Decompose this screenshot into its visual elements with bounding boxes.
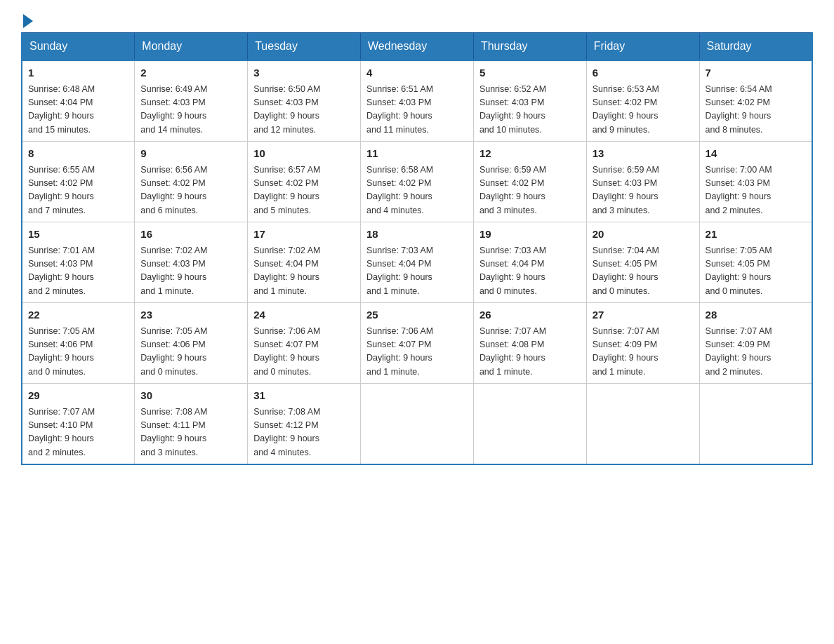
calendar-cell: 30Sunrise: 7:08 AM Sunset: 4:11 PM Dayli… [135, 384, 248, 465]
day-info: Sunrise: 7:07 AM Sunset: 4:09 PM Dayligh… [706, 325, 806, 380]
day-info: Sunrise: 7:07 AM Sunset: 4:10 PM Dayligh… [28, 405, 128, 460]
calendar-cell: 4Sunrise: 6:51 AM Sunset: 4:03 PM Daylig… [361, 60, 474, 142]
calendar-cell: 18Sunrise: 7:03 AM Sunset: 4:04 PM Dayli… [361, 222, 474, 303]
day-info: Sunrise: 7:06 AM Sunset: 4:07 PM Dayligh… [366, 325, 468, 380]
calendar-cell: 27Sunrise: 7:07 AM Sunset: 4:09 PM Dayli… [586, 303, 699, 384]
logo-arrow-icon [23, 14, 33, 28]
day-number: 14 [706, 146, 806, 162]
calendar-week-row: 15Sunrise: 7:01 AM Sunset: 4:03 PM Dayli… [22, 222, 812, 303]
day-number: 4 [366, 65, 468, 81]
day-info: Sunrise: 6:49 AM Sunset: 4:03 PM Dayligh… [140, 83, 241, 137]
calendar-week-row: 8Sunrise: 6:55 AM Sunset: 4:02 PM Daylig… [22, 142, 812, 222]
calendar-day-header: Friday [586, 33, 699, 61]
calendar-cell: 11Sunrise: 6:58 AM Sunset: 4:02 PM Dayli… [361, 142, 474, 222]
day-number: 15 [28, 227, 128, 243]
calendar-cell: 3Sunrise: 6:50 AM Sunset: 4:03 PM Daylig… [248, 60, 361, 142]
calendar-cell: 9Sunrise: 6:56 AM Sunset: 4:02 PM Daylig… [135, 142, 248, 222]
logo [21, 14, 33, 25]
calendar-cell: 26Sunrise: 7:07 AM Sunset: 4:08 PM Dayli… [473, 303, 586, 384]
calendar-cell: 7Sunrise: 6:54 AM Sunset: 4:02 PM Daylig… [699, 60, 812, 142]
day-info: Sunrise: 6:58 AM Sunset: 4:02 PM Dayligh… [366, 163, 468, 218]
page-header [21, 14, 813, 25]
calendar-cell: 21Sunrise: 7:05 AM Sunset: 4:05 PM Dayli… [699, 222, 812, 303]
day-number: 28 [706, 307, 806, 323]
calendar-cell: 22Sunrise: 7:05 AM Sunset: 4:06 PM Dayli… [22, 303, 135, 384]
day-info: Sunrise: 6:57 AM Sunset: 4:02 PM Dayligh… [253, 163, 355, 218]
day-info: Sunrise: 7:03 AM Sunset: 4:04 PM Dayligh… [479, 244, 581, 299]
day-info: Sunrise: 7:08 AM Sunset: 4:12 PM Dayligh… [253, 405, 355, 460]
calendar-cell [473, 384, 586, 465]
day-number: 29 [28, 388, 128, 404]
calendar-cell: 17Sunrise: 7:02 AM Sunset: 4:04 PM Dayli… [248, 222, 361, 303]
calendar-day-header: Saturday [699, 33, 812, 61]
day-number: 8 [28, 146, 128, 162]
calendar-cell: 20Sunrise: 7:04 AM Sunset: 4:05 PM Dayli… [586, 222, 699, 303]
day-number: 9 [140, 146, 241, 162]
day-number: 10 [253, 146, 355, 162]
calendar-cell: 23Sunrise: 7:05 AM Sunset: 4:06 PM Dayli… [135, 303, 248, 384]
day-number: 22 [28, 307, 128, 323]
calendar-cell: 5Sunrise: 6:52 AM Sunset: 4:03 PM Daylig… [473, 60, 586, 142]
calendar-cell [586, 384, 699, 465]
calendar-cell: 6Sunrise: 6:53 AM Sunset: 4:02 PM Daylig… [586, 60, 699, 142]
day-number: 5 [479, 65, 581, 81]
day-info: Sunrise: 7:07 AM Sunset: 4:08 PM Dayligh… [479, 325, 581, 380]
day-number: 6 [593, 65, 694, 81]
day-info: Sunrise: 7:08 AM Sunset: 4:11 PM Dayligh… [140, 405, 241, 460]
calendar-cell: 29Sunrise: 7:07 AM Sunset: 4:10 PM Dayli… [22, 384, 135, 465]
day-info: Sunrise: 6:52 AM Sunset: 4:03 PM Dayligh… [479, 83, 581, 137]
calendar-day-header: Tuesday [248, 33, 361, 61]
day-number: 31 [253, 388, 355, 404]
calendar-table: SundayMondayTuesdayWednesdayThursdayFrid… [21, 32, 813, 465]
calendar-cell: 15Sunrise: 7:01 AM Sunset: 4:03 PM Dayli… [22, 222, 135, 303]
calendar-day-header: Wednesday [361, 33, 474, 61]
day-number: 16 [140, 227, 241, 243]
calendar-cell: 1Sunrise: 6:48 AM Sunset: 4:04 PM Daylig… [22, 60, 135, 142]
day-info: Sunrise: 7:05 AM Sunset: 4:06 PM Dayligh… [28, 325, 128, 380]
day-info: Sunrise: 6:50 AM Sunset: 4:03 PM Dayligh… [253, 83, 355, 137]
day-info: Sunrise: 7:02 AM Sunset: 4:04 PM Dayligh… [253, 244, 355, 299]
day-number: 1 [28, 65, 128, 81]
day-info: Sunrise: 6:51 AM Sunset: 4:03 PM Dayligh… [366, 83, 468, 137]
day-info: Sunrise: 6:48 AM Sunset: 4:04 PM Dayligh… [28, 83, 128, 137]
day-number: 12 [479, 146, 581, 162]
day-info: Sunrise: 6:54 AM Sunset: 4:02 PM Dayligh… [706, 83, 806, 137]
calendar-week-row: 1Sunrise: 6:48 AM Sunset: 4:04 PM Daylig… [22, 60, 812, 142]
day-number: 19 [479, 227, 581, 243]
calendar-day-header: Sunday [22, 33, 135, 61]
calendar-cell: 13Sunrise: 6:59 AM Sunset: 4:03 PM Dayli… [586, 142, 699, 222]
calendar-cell: 14Sunrise: 7:00 AM Sunset: 4:03 PM Dayli… [699, 142, 812, 222]
calendar-cell: 28Sunrise: 7:07 AM Sunset: 4:09 PM Dayli… [699, 303, 812, 384]
day-info: Sunrise: 6:59 AM Sunset: 4:02 PM Dayligh… [479, 163, 581, 218]
day-number: 18 [366, 227, 468, 243]
day-info: Sunrise: 7:00 AM Sunset: 4:03 PM Dayligh… [706, 163, 806, 218]
day-number: 2 [140, 65, 241, 81]
day-info: Sunrise: 7:07 AM Sunset: 4:09 PM Dayligh… [593, 325, 694, 380]
calendar-cell: 12Sunrise: 6:59 AM Sunset: 4:02 PM Dayli… [473, 142, 586, 222]
calendar-cell [361, 384, 474, 465]
calendar-cell [699, 384, 812, 465]
day-info: Sunrise: 6:59 AM Sunset: 4:03 PM Dayligh… [593, 163, 694, 218]
calendar-cell: 8Sunrise: 6:55 AM Sunset: 4:02 PM Daylig… [22, 142, 135, 222]
day-number: 27 [593, 307, 694, 323]
calendar-cell: 25Sunrise: 7:06 AM Sunset: 4:07 PM Dayli… [361, 303, 474, 384]
day-info: Sunrise: 7:06 AM Sunset: 4:07 PM Dayligh… [253, 325, 355, 380]
day-number: 17 [253, 227, 355, 243]
day-info: Sunrise: 7:01 AM Sunset: 4:03 PM Dayligh… [28, 244, 128, 299]
day-number: 11 [366, 146, 468, 162]
calendar-day-header: Thursday [473, 33, 586, 61]
calendar-cell: 10Sunrise: 6:57 AM Sunset: 4:02 PM Dayli… [248, 142, 361, 222]
calendar-header-row: SundayMondayTuesdayWednesdayThursdayFrid… [22, 33, 812, 61]
calendar-cell: 2Sunrise: 6:49 AM Sunset: 4:03 PM Daylig… [135, 60, 248, 142]
day-info: Sunrise: 6:55 AM Sunset: 4:02 PM Dayligh… [28, 163, 128, 218]
day-number: 30 [140, 388, 241, 404]
calendar-cell: 24Sunrise: 7:06 AM Sunset: 4:07 PM Dayli… [248, 303, 361, 384]
day-number: 7 [706, 65, 806, 81]
day-number: 24 [253, 307, 355, 323]
day-number: 26 [479, 307, 581, 323]
day-info: Sunrise: 6:56 AM Sunset: 4:02 PM Dayligh… [140, 163, 241, 218]
calendar-cell: 19Sunrise: 7:03 AM Sunset: 4:04 PM Dayli… [473, 222, 586, 303]
day-info: Sunrise: 7:02 AM Sunset: 4:03 PM Dayligh… [140, 244, 241, 299]
day-info: Sunrise: 7:04 AM Sunset: 4:05 PM Dayligh… [593, 244, 694, 299]
day-info: Sunrise: 7:05 AM Sunset: 4:05 PM Dayligh… [706, 244, 806, 299]
